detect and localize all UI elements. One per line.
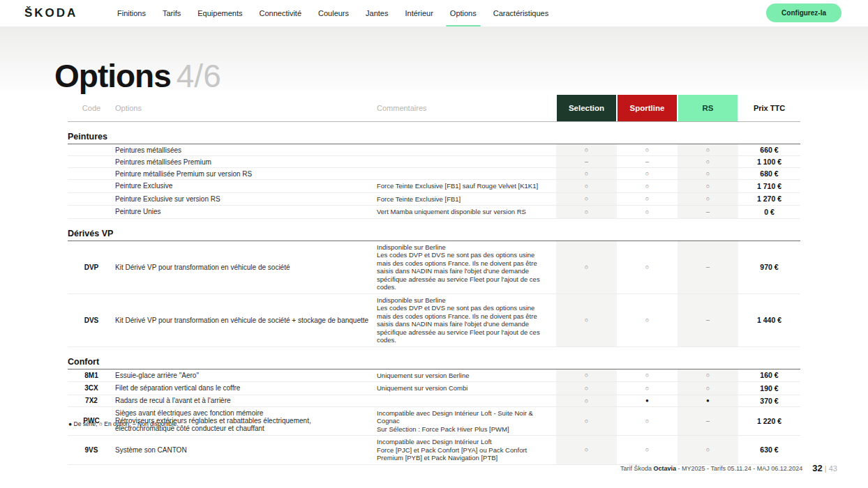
row-price: 1 220 € [738, 407, 800, 436]
availability-cell: ● [678, 395, 738, 406]
row-code [68, 194, 115, 204]
availability-cell: ○ [556, 144, 617, 155]
table-row: DVS Kit Dérivé VP pour transformation en… [68, 294, 800, 347]
availability-cell: ○ [678, 436, 738, 464]
row-comment: Uniquement sur version Berline [377, 369, 556, 382]
row-option: Filet de séparation vertical dans le cof… [115, 383, 377, 394]
availability-cell: ○ [617, 241, 678, 293]
availability-cell: ○ [617, 168, 678, 179]
availability-cell: ○ [556, 382, 617, 395]
page-footer: Tarif Škoda Octavia - MY2025 - Tarifs 05… [620, 463, 837, 473]
row-comment: Force Teinte Exclusive [FB1] sauf Rouge … [377, 180, 556, 192]
column-header-comments: Commentaires [377, 95, 556, 121]
row-price: 160 € [738, 369, 800, 382]
availability-cell: ○ [556, 369, 617, 382]
row-price: 660 € [738, 144, 800, 155]
nav-item-tarifs[interactable]: Tarifs [163, 0, 181, 26]
row-option: Peintures métallisées Premium [115, 156, 377, 167]
section-title: Dérivés VP [68, 229, 800, 241]
availability-cell: – [617, 156, 678, 167]
row-code: 7X2 [68, 396, 115, 406]
availability-cell: ○ [617, 407, 678, 436]
model-name: Octavia [654, 465, 677, 472]
table-row: DVP Kit Dérivé VP pour transformation en… [68, 241, 800, 294]
nav-item-finitions[interactable]: Finitions [117, 0, 146, 26]
availability-cell: ○ [617, 144, 678, 155]
page-number: 32 | 43 [812, 463, 837, 473]
row-option: Peinture Unies [115, 206, 377, 218]
page-title-text: Options [54, 58, 171, 94]
table-section: Confort 8M1 Essuie-glace arrière "Aero" … [68, 357, 800, 465]
row-code [68, 169, 115, 178]
nav-item-connectivite[interactable]: Connectivité [259, 0, 301, 26]
section-title: Peintures [68, 132, 800, 144]
row-comment: Incompatible avec Design Intérieur Loft … [377, 436, 556, 464]
table-row: Peinture Unies Vert Mamba uniquement dis… [68, 206, 800, 219]
availability-cell: ○ [556, 241, 617, 293]
table-row: 9VS Système son CANTON Incompatible avec… [68, 436, 800, 465]
row-code: DVP [68, 262, 115, 272]
row-code: DVS [68, 315, 115, 325]
row-comment: Indisponible sur Berline Les codes DVP e… [377, 294, 556, 346]
nav-item-caracteristiques[interactable]: Caractéristiques [493, 0, 548, 26]
title-band: Options4/6 [0, 26, 868, 91]
row-option: Essuie-glace arrière "Aero" [115, 369, 377, 381]
page-title: Options4/6 [54, 57, 221, 95]
nav-item-equipements[interactable]: Equipements [197, 0, 242, 26]
row-comment [377, 399, 556, 403]
row-price: 970 € [738, 241, 800, 293]
page-separator: | [825, 464, 827, 473]
table-row: Peintures métallisées Premium – – ○ 1 10… [68, 156, 800, 168]
nav-item-options-active[interactable]: Options [450, 0, 477, 26]
availability-cell: ○ [678, 144, 738, 155]
row-option: Radars de recul à l'avant et à l'arrière [115, 395, 377, 406]
row-comment: Vert Mamba uniquement disponible sur ver… [377, 206, 556, 218]
nav-item-interieur[interactable]: Intérieur [405, 0, 433, 26]
table-section: Peintures Peintures métallisées ○ ○ ○ 66… [68, 132, 800, 219]
availability-cell: ○ [678, 168, 738, 179]
availability-cell: ○ [678, 156, 738, 167]
options-table: Code Options Commentaires Selection Spor… [68, 95, 800, 465]
row-comment: Incompatible avec Design Intérieur Loft … [377, 407, 556, 436]
row-code [68, 207, 115, 217]
row-code: 3CX [68, 383, 115, 393]
row-price: 680 € [738, 168, 800, 179]
table-row: 3CX Filet de séparation vertical dans le… [68, 382, 800, 395]
availability-cell: ○ [556, 395, 617, 406]
table-row: 7X2 Radars de recul à l'avant et à l'arr… [68, 395, 800, 407]
column-header-price: Prix TTC [738, 95, 800, 121]
row-price: 1 270 € [738, 193, 800, 206]
total-pages: 43 [829, 464, 837, 473]
availability-cell: ○ [556, 193, 617, 206]
table-row: Peintures métallisées ○ ○ ○ 660 € [68, 144, 800, 156]
availability-cell: ○ [556, 206, 617, 218]
nav-item-couleurs[interactable]: Couleurs [318, 0, 349, 26]
skoda-logo[interactable]: ŠKODA [24, 6, 77, 20]
row-comment [377, 160, 556, 164]
nav-item-jantes[interactable]: Jantes [366, 0, 388, 26]
row-price: 1 440 € [738, 294, 800, 346]
configure-button[interactable]: Configurez-la [766, 3, 841, 22]
row-code: 9VS [68, 445, 115, 455]
availability-cell: – [678, 241, 738, 293]
document-reference: Tarif Škoda Octavia - MY2025 - Tarifs 05… [620, 465, 802, 472]
availability-legend: ● De série, ○ En option, – Non disponibl… [68, 420, 179, 427]
row-code [68, 157, 115, 167]
table-row: 8M1 Essuie-glace arrière "Aero" Uniqueme… [68, 369, 800, 383]
availability-cell: – [556, 156, 617, 167]
row-code: 8M1 [68, 370, 115, 380]
section-rows: DVP Kit Dérivé VP pour transformation en… [68, 241, 800, 347]
table-header-row: Code Options Commentaires Selection Spor… [68, 95, 800, 122]
availability-cell: ○ [678, 382, 738, 395]
availability-cell: ○ [556, 168, 617, 179]
section-rows: 8M1 Essuie-glace arrière "Aero" Uniqueme… [68, 369, 800, 465]
row-comment [377, 148, 556, 152]
availability-cell: ○ [617, 294, 678, 346]
availability-cell: ○ [678, 193, 738, 206]
row-comment [377, 171, 556, 176]
row-price: 1 710 € [738, 180, 800, 192]
trim-header-selection: Selection [557, 95, 616, 121]
row-price: 0 € [738, 206, 800, 218]
availability-cell: ○ [678, 180, 738, 192]
availability-cell: ○ [556, 407, 617, 436]
